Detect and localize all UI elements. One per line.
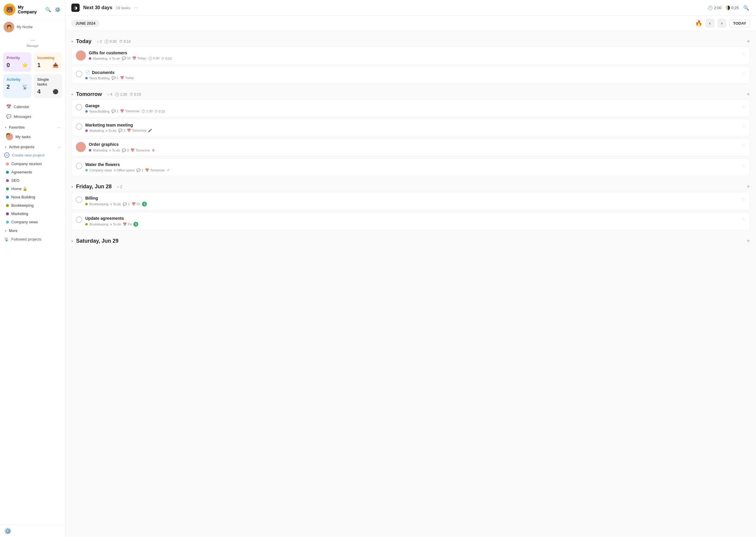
task-star-button[interactable]: ☆ — [741, 70, 746, 76]
task-meta: Nova Building 💬 1 📅 Tomorrow 🕐 1:30 ⏱ 0:… — [85, 109, 738, 113]
task-checkbox[interactable] — [76, 196, 82, 203]
task-star-button[interactable]: ☆ — [741, 51, 746, 57]
task-item-documents[interactable]: 📄 Documents Nova Building 💬 2 📅 Today ☆ — [71, 66, 750, 84]
project-dot — [6, 179, 9, 182]
project-list: Company reunion Agreements SEO Home 🔒 No… — [0, 159, 65, 226]
task-checkbox[interactable] — [76, 104, 82, 110]
task-date: 📅 Today — [120, 76, 134, 80]
followed-projects-item[interactable]: 📡 Followed projects — [0, 235, 65, 243]
project-item[interactable]: Agreements — [2, 168, 63, 176]
settings-button[interactable]: ⚙️ — [54, 6, 62, 13]
timer-icon-1: 🕐 — [708, 5, 713, 10]
task-star-button[interactable]: ☆ — [741, 196, 746, 202]
task-time-1: 🕐 0:30 — [148, 57, 159, 60]
active-projects-more[interactable]: ··· — [57, 145, 61, 149]
task-comments: 💬 1 — [136, 168, 143, 172]
add-task-button[interactable]: + — [746, 183, 750, 190]
project-item[interactable]: Company news — [2, 218, 63, 226]
user-profile[interactable]: 🧑 My Nozbe — [0, 19, 65, 35]
priority-card[interactable]: Priority 0 ⭐ — [3, 52, 31, 71]
add-task-button[interactable]: + — [746, 238, 750, 244]
active-projects-title: Active projects — [9, 145, 34, 149]
settings-bottom-icon[interactable]: ⚙️ — [4, 528, 12, 534]
active-projects-toggle[interactable]: ▼ — [4, 145, 7, 149]
project-name: Marketing — [11, 212, 28, 216]
next-arrow[interactable]: › — [717, 19, 726, 28]
followed-icon: 📡 — [4, 237, 9, 241]
task-content: Gifts for customers Marketing ≡ To-do 💬 … — [89, 51, 738, 60]
single-tasks-card[interactable]: Single tasks 4 ⚫ — [34, 74, 63, 98]
mic-icon: 🎤 — [148, 129, 152, 133]
task-meta: Nova Building 💬 2 📅 Today — [85, 76, 738, 80]
nav-messages[interactable]: 💬 Messages — [2, 112, 63, 121]
task-checkbox[interactable] — [76, 217, 82, 223]
task-checkbox[interactable] — [76, 163, 82, 169]
day-toggle[interactable]: ▾ — [71, 92, 73, 97]
task-count-badge: ○ 2 — [117, 185, 122, 189]
project-item[interactable]: SEO — [2, 177, 63, 185]
activity-card[interactable]: Activity 2 📡 — [3, 74, 31, 98]
task-item-marketing-meeting[interactable]: Marketing team meeting Marketing ≡ To-do… — [71, 119, 750, 136]
main-search-button[interactable]: 🔍 — [742, 4, 750, 12]
project-item[interactable]: Bookkeeping — [2, 201, 63, 209]
nav-calendar[interactable]: 📅 Calendar — [2, 102, 63, 111]
project-name: Company reunion — [11, 162, 42, 166]
timer-value-2: 0:25 — [731, 6, 739, 10]
day-toggle[interactable]: ▾ — [71, 239, 73, 243]
task-name: 📄 Documents — [85, 70, 738, 75]
task-content: Garage Nova Building 💬 1 📅 Tomorrow 🕐 1:… — [85, 103, 738, 113]
task-checkbox[interactable] — [76, 123, 82, 130]
project-dot — [85, 110, 88, 112]
project-item[interactable]: Company reunion — [2, 160, 63, 168]
favorites-toggle[interactable]: ▼ — [4, 126, 7, 129]
add-task-button[interactable]: + — [746, 91, 750, 98]
project-item[interactable]: Marketing — [2, 210, 63, 218]
incoming-card[interactable]: Incoming 1 📥 — [34, 52, 63, 71]
prev-arrow[interactable]: ‹ — [705, 19, 714, 28]
task-checkbox[interactable] — [76, 71, 82, 77]
avatar: 🧑 — [4, 22, 14, 32]
more-toggle[interactable]: ▼ — [4, 229, 7, 232]
task-star-button[interactable]: ☆ — [741, 123, 746, 129]
timer-value-1: 2:00 — [714, 6, 721, 10]
task-name: Water the flowers — [85, 162, 738, 167]
priority-icon: ⭐ — [22, 62, 28, 68]
project-dot — [6, 221, 9, 224]
flame-icon: 🔥 — [695, 20, 702, 27]
task-section: ≡ To-do — [110, 202, 121, 206]
task-project: Nova Building — [89, 76, 110, 80]
task-item-garage[interactable]: Garage Nova Building 💬 1 📅 Tomorrow 🕐 1:… — [71, 100, 750, 117]
task-project: Marketing — [89, 129, 104, 133]
task-star-button[interactable]: ☆ — [741, 216, 746, 222]
time-badge-1: 🕐 0:30 — [104, 39, 117, 44]
task-item-update-agreements[interactable]: Update agreements Bookkeeping ≡ To-do 📅 … — [71, 212, 750, 230]
incoming-count: 1 — [37, 62, 41, 68]
more-section: ▼ More — [0, 226, 65, 235]
today-button[interactable]: TODAY — [729, 19, 750, 27]
task-star-button[interactable]: ☆ — [741, 142, 746, 148]
task-item-billing[interactable]: Billing Bookkeeping ≡ To-do 💬 1 📅 Fri S … — [71, 192, 750, 210]
incoming-icon: 📥 — [53, 62, 59, 68]
task-item-water-flowers[interactable]: Water the flowers Company news ≡ Office … — [71, 158, 750, 176]
my-tasks-item[interactable]: 🧑 My tasks — [2, 131, 63, 142]
manage-button[interactable]: ··· Manage — [0, 35, 65, 50]
project-dot — [85, 223, 88, 226]
day-toggle[interactable]: ▾ — [71, 39, 73, 44]
task-item-gifts[interactable]: Gifts for customers Marketing ≡ To-do 💬 … — [71, 47, 750, 64]
header-dots[interactable]: ··· — [134, 5, 138, 10]
sidebar-nav: 📅 Calendar 💬 Messages — [0, 101, 65, 123]
project-dot — [6, 196, 9, 199]
task-item-order-graphics[interactable]: Order graphics Marketing ≡ To-do 💬 3 📅 T… — [71, 138, 750, 156]
day-toggle[interactable]: ▾ — [71, 185, 73, 189]
project-item[interactable]: Home 🔒 — [2, 185, 63, 193]
day-section-friday-jun28: ▾ Friday, Jun 28 ○ 2 + Billing Bookkeepi… — [71, 181, 750, 230]
task-star-button[interactable]: ☆ — [741, 162, 746, 168]
day-title: Today — [76, 38, 92, 45]
favorites-more[interactable]: ··· — [57, 125, 61, 130]
task-star-button[interactable]: ☆ — [741, 103, 746, 109]
search-button[interactable]: 🔍 — [44, 6, 52, 13]
create-project-button[interactable]: + Create new project — [0, 150, 65, 159]
add-task-button[interactable]: + — [746, 38, 750, 45]
project-item[interactable]: Nova Building — [2, 193, 63, 201]
day-meta: ○ 4🕐 1:30⏱ 0:15 — [107, 92, 141, 97]
